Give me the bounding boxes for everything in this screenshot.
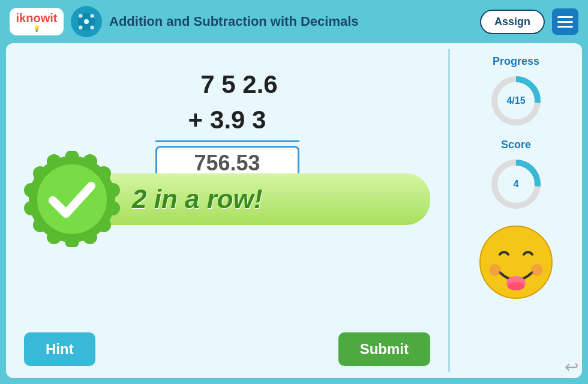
film-icon [71, 6, 102, 37]
svg-point-18 [24, 183, 38, 197]
svg-point-4 [79, 25, 82, 29]
progress-value: 4/15 [506, 95, 525, 106]
svg-point-29 [489, 264, 501, 276]
svg-point-2 [79, 14, 82, 17]
svg-point-5 [90, 25, 94, 29]
hamburger-line-1 [557, 16, 573, 18]
svg-point-11 [106, 201, 120, 215]
score-value: 4 [514, 179, 519, 190]
hint-button[interactable]: Hint [24, 332, 95, 366]
right-panel: Progress 4/15 Score 4 [450, 43, 582, 378]
logo-text: iknowit [16, 11, 58, 25]
problem-bottom-row: + 3.9 3 [24, 103, 430, 138]
left-panel: 7 5 2.6 + 3.9 3 756.53 [6, 43, 448, 378]
progress-label: Progress [493, 55, 539, 68]
svg-point-1 [84, 19, 89, 24]
problem-top-row: 7 5 2.6 [48, 67, 430, 103]
bottom-buttons: Hint Submit [24, 332, 430, 366]
score-donut: 4 [489, 157, 543, 211]
operator: + [188, 103, 203, 138]
back-icon[interactable]: ↩ [565, 358, 578, 376]
svg-point-17 [24, 201, 38, 215]
svg-point-13 [83, 230, 97, 244]
bottom-number: 3.9 3 [210, 103, 266, 138]
streak-badge [24, 151, 120, 247]
top-number: 7 5 2.6 [200, 67, 277, 103]
main-content: 7 5 2.6 + 3.9 3 756.53 [6, 43, 582, 378]
svg-point-8 [83, 154, 97, 169]
svg-point-3 [90, 14, 94, 17]
progress-donut: 4/15 [489, 74, 543, 128]
logo-bulb: 💡 [33, 25, 40, 32]
hamburger-line-2 [557, 21, 573, 23]
header-title: Addition and Subtraction with Decimals [109, 14, 473, 29]
svg-point-10 [106, 183, 120, 197]
problem-underline [143, 140, 311, 142]
underline-bar [155, 140, 299, 142]
menu-button[interactable] [552, 8, 578, 35]
logo: iknowit 💡 [10, 8, 64, 35]
hamburger-line-3 [557, 26, 573, 28]
assign-button[interactable]: Assign [480, 10, 545, 34]
streak-overlay: 2 in a row! [24, 151, 430, 247]
nav-back-area: ↩ [565, 357, 578, 377]
streak-text: 2 in a row! [132, 184, 263, 214]
svg-point-28 [508, 282, 524, 290]
svg-point-20 [47, 154, 61, 169]
svg-point-30 [531, 264, 543, 276]
header: iknowit 💡 Addition and Subtraction with … [0, 0, 588, 43]
submit-button[interactable]: Submit [338, 332, 430, 366]
score-label: Score [501, 139, 531, 151]
svg-point-15 [47, 230, 61, 244]
emoji-face [477, 223, 555, 301]
svg-point-21 [37, 164, 107, 234]
streak-banner: 2 in a row! [84, 173, 430, 225]
